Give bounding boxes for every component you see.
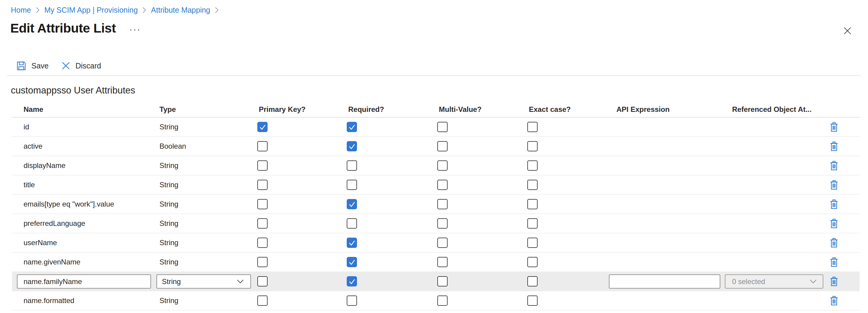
required-checkbox[interactable] xyxy=(347,257,357,267)
attribute-name-input[interactable] xyxy=(17,274,151,288)
breadcrumb-link-provisioning[interactable]: My SCIM App | Provisioning xyxy=(44,6,138,14)
primary-key-cell xyxy=(257,195,347,213)
exact-case-checkbox[interactable] xyxy=(527,122,537,132)
required-cell xyxy=(347,117,437,136)
breadcrumb-link-home[interactable]: Home xyxy=(11,6,31,14)
delete-row-button[interactable] xyxy=(830,296,838,306)
primary-key-checkbox[interactable] xyxy=(257,161,268,171)
chevron-down-icon xyxy=(237,280,244,283)
api-expression-cell xyxy=(616,137,732,155)
delete-row-button[interactable] xyxy=(830,180,838,190)
primary-key-checkbox[interactable] xyxy=(257,180,268,190)
attribute-name: title xyxy=(12,175,147,194)
exact-case-checkbox[interactable] xyxy=(527,257,537,267)
required-checkbox[interactable] xyxy=(347,295,357,306)
required-checkbox[interactable] xyxy=(347,141,357,151)
exact-case-checkbox[interactable] xyxy=(527,218,537,229)
multi-value-checkbox[interactable] xyxy=(437,218,447,229)
delete-row-button[interactable] xyxy=(830,161,838,171)
primary-key-checkbox[interactable] xyxy=(257,238,268,248)
column-header-api-expression: API Expression xyxy=(616,102,732,117)
multi-value-checkbox[interactable] xyxy=(437,276,447,286)
delete-row-button[interactable] xyxy=(830,277,838,286)
attribute-name: userName xyxy=(12,233,147,252)
primary-key-checkbox[interactable] xyxy=(257,257,268,267)
exact-case-checkbox[interactable] xyxy=(527,238,537,248)
api-expression-cell xyxy=(616,117,732,136)
primary-key-checkbox[interactable] xyxy=(257,141,268,151)
discard-button[interactable]: Discard xyxy=(61,61,101,70)
referenced-object-cell xyxy=(732,214,830,233)
exact-case-cell xyxy=(527,214,616,233)
close-icon xyxy=(843,26,852,35)
multi-value-cell xyxy=(437,233,527,252)
chevron-right-icon xyxy=(215,7,219,13)
primary-key-checkbox[interactable] xyxy=(257,218,268,229)
multi-value-checkbox[interactable] xyxy=(437,161,447,171)
save-button[interactable]: Save xyxy=(16,61,49,71)
required-cell xyxy=(347,195,437,213)
attribute-type: String xyxy=(147,253,257,271)
primary-key-checkbox[interactable] xyxy=(257,276,268,286)
trash-icon xyxy=(830,219,838,229)
required-checkbox[interactable] xyxy=(347,276,357,286)
multi-value-checkbox[interactable] xyxy=(437,141,447,151)
api-expression-cell xyxy=(616,156,732,175)
attribute-type: String xyxy=(147,233,257,252)
attribute-name: preferredLanguage xyxy=(12,214,147,233)
exact-case-checkbox[interactable] xyxy=(527,276,537,286)
delete-row-button[interactable] xyxy=(830,219,838,229)
multi-value-checkbox[interactable] xyxy=(437,238,447,248)
primary-key-checkbox[interactable] xyxy=(257,199,268,209)
x-icon xyxy=(61,61,70,70)
exact-case-checkbox[interactable] xyxy=(527,199,537,209)
exact-case-checkbox[interactable] xyxy=(527,141,537,151)
required-checkbox[interactable] xyxy=(347,218,357,229)
column-header-type: Type xyxy=(147,102,257,117)
delete-cell xyxy=(830,137,860,155)
primary-key-cell xyxy=(257,117,347,136)
primary-key-checkbox[interactable] xyxy=(257,122,268,132)
required-checkbox[interactable] xyxy=(347,161,357,171)
attribute-type: String xyxy=(147,291,257,310)
overflow-menu-button[interactable]: ··· xyxy=(129,24,141,34)
primary-key-checkbox[interactable] xyxy=(257,295,268,306)
api-expression-cell xyxy=(616,291,732,310)
required-checkbox[interactable] xyxy=(347,180,357,190)
exact-case-checkbox[interactable] xyxy=(527,295,537,306)
attribute-name: name.formatted xyxy=(12,291,147,310)
primary-key-cell xyxy=(257,175,347,194)
referenced-object-select[interactable]: 0 selected xyxy=(725,274,823,288)
required-checkbox[interactable] xyxy=(347,238,357,248)
api-expression-input[interactable] xyxy=(609,274,720,288)
required-cell xyxy=(347,253,437,271)
multi-value-checkbox[interactable] xyxy=(437,199,447,209)
command-bar-divider xyxy=(7,75,861,76)
exact-case-checkbox[interactable] xyxy=(527,161,537,171)
delete-row-button[interactable] xyxy=(830,257,838,267)
table-row: name.givenNameString xyxy=(12,253,860,272)
required-checkbox[interactable] xyxy=(347,199,357,209)
delete-row-button[interactable] xyxy=(830,238,838,248)
table-row: emails[type eq "work"].valueString xyxy=(12,195,860,214)
floppy-icon xyxy=(16,61,26,71)
primary-key-cell xyxy=(257,291,347,310)
multi-value-checkbox[interactable] xyxy=(437,122,447,132)
api-expression-cell xyxy=(616,214,732,233)
multi-value-checkbox[interactable] xyxy=(437,180,447,190)
attribute-type-select[interactable]: String xyxy=(156,274,251,288)
delete-row-button[interactable] xyxy=(830,199,838,209)
column-header-required: Required? xyxy=(347,102,437,117)
breadcrumb-link-attribute-mapping[interactable]: Attribute Mapping xyxy=(151,6,210,14)
multi-value-checkbox[interactable] xyxy=(437,257,447,267)
exact-case-checkbox[interactable] xyxy=(527,180,537,190)
required-checkbox[interactable] xyxy=(347,122,357,132)
delete-cell xyxy=(830,272,860,291)
multi-value-checkbox[interactable] xyxy=(437,295,447,306)
close-button[interactable] xyxy=(842,25,853,36)
delete-row-button[interactable] xyxy=(830,141,838,151)
chevron-down-icon xyxy=(810,280,817,283)
exact-case-cell xyxy=(527,195,616,213)
attribute-name: id xyxy=(12,117,147,136)
delete-row-button[interactable] xyxy=(830,122,838,132)
